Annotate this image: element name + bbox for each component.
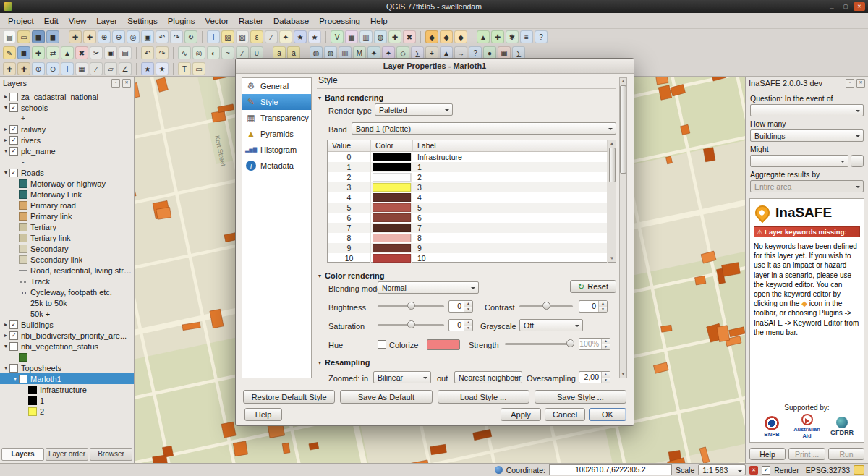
- layer-checkbox[interactable]: [19, 375, 27, 383]
- layer-item-track[interactable]: Track: [0, 276, 134, 286]
- inasafe-print-button[interactable]: Print ...: [788, 448, 825, 460]
- reset-button[interactable]: ↻ Reset: [570, 280, 616, 293]
- colorize-checkbox[interactable]: [378, 340, 386, 349]
- layer-item-primary-road[interactable]: Primary road: [0, 200, 134, 211]
- menu-vector[interactable]: Vector: [200, 15, 234, 27]
- palette-row[interactable]: 44: [328, 192, 608, 203]
- cut-features-icon[interactable]: ✂: [90, 46, 103, 59]
- zoom-out-2-icon[interactable]: ⊖: [46, 62, 59, 75]
- expand-arrow-icon[interactable]: ▾: [2, 365, 9, 371]
- show-bookmarks-2-icon[interactable]: ★: [156, 62, 169, 75]
- layer-checkbox[interactable]: [9, 93, 18, 101]
- measure-area-icon[interactable]: ▱: [104, 62, 117, 75]
- coordinate-input[interactable]: [549, 464, 672, 475]
- palette-table-scrollbar[interactable]: ▲ ▼: [608, 140, 616, 262]
- expand-arrow-icon[interactable]: ▸: [2, 332, 9, 339]
- grayscale-select[interactable]: Off: [519, 319, 583, 331]
- slider-handle[interactable]: [542, 302, 550, 310]
- layer-checkbox[interactable]: [9, 364, 18, 373]
- collapse-arrow-icon[interactable]: ▾: [318, 360, 321, 366]
- palette-row[interactable]: 55: [328, 203, 608, 213]
- layer-item-50k[interactable]: 50k +: [0, 308, 134, 319]
- scroll-down-icon[interactable]: ▼: [621, 371, 626, 378]
- grass-tools-icon[interactable]: ✚: [491, 30, 504, 43]
- layer-item-infrastructure[interactable]: Infrastructure: [0, 384, 134, 395]
- dialog-titlebar[interactable]: Layer Properties - Marloth1: [236, 59, 634, 74]
- zoomed-in-select[interactable]: Bilinear: [373, 371, 431, 383]
- expand-arrow-icon[interactable]: ▾: [2, 148, 9, 154]
- attribute-table-icon[interactable]: ▦: [75, 62, 88, 75]
- scale-select[interactable]: 1:1 563: [698, 464, 746, 475]
- add-wms-layer-icon[interactable]: ◍: [374, 30, 387, 43]
- palette-color-swatch[interactable]: [373, 213, 412, 222]
- layer-checkbox[interactable]: ✓: [9, 147, 18, 156]
- expand-arrow-icon[interactable]: ▸: [2, 137, 9, 143]
- new-bookmark-icon[interactable]: ★: [294, 30, 307, 43]
- new-bookmark-2-icon[interactable]: ★: [141, 62, 154, 75]
- expand-arrow-icon[interactable]: ▾: [12, 375, 19, 382]
- measure-angle-icon[interactable]: ∠: [119, 62, 132, 75]
- layer-item-secondary-link[interactable]: Secondary link: [0, 254, 134, 265]
- slider-handle[interactable]: [407, 302, 415, 310]
- inasafe-keywords-icon[interactable]: ◆: [440, 30, 453, 43]
- spin-arrows-icon[interactable]: ▲▼: [601, 339, 610, 349]
- palette-row[interactable]: 1010: [328, 253, 608, 263]
- layer-item-25k-to-50k[interactable]: 25k to 50k: [0, 297, 134, 308]
- expand-arrow-icon[interactable]: ▸: [2, 126, 9, 132]
- open-project-icon[interactable]: ▭: [17, 30, 30, 43]
- layer-item-railway[interactable]: ▸✓railway: [0, 124, 134, 135]
- pan-map-2-icon[interactable]: ✚: [17, 62, 30, 75]
- scrollbar-thumb[interactable]: [609, 148, 616, 182]
- colorize-color-button[interactable]: [427, 339, 460, 350]
- reshape-icon[interactable]: ~: [221, 46, 234, 59]
- legend-item[interactable]: +: [0, 113, 134, 124]
- palette-row[interactable]: 99: [328, 243, 608, 253]
- expand-arrow-icon[interactable]: ▾: [2, 169, 9, 176]
- expand-arrow-icon[interactable]: ▾: [2, 343, 9, 349]
- zoom-in-2-icon[interactable]: ⊕: [32, 62, 45, 75]
- palette-row[interactable]: 11: [328, 162, 608, 172]
- cancel-button[interactable]: Cancel: [545, 408, 585, 421]
- copy-features-icon[interactable]: ▣: [104, 46, 117, 59]
- zoom-full-icon[interactable]: ◎: [127, 30, 140, 43]
- save-project-as-icon[interactable]: ◼: [46, 30, 59, 43]
- layer-item-motorway-or-highway[interactable]: Motorway or highway: [0, 178, 134, 189]
- style-button-load-style[interactable]: Load Style ...: [438, 390, 529, 404]
- expand-arrow-icon[interactable]: ▸: [2, 93, 9, 100]
- inasafe-run-button[interactable]: Run: [828, 448, 864, 460]
- menu-settings[interactable]: Settings: [122, 15, 163, 27]
- maximize-icon[interactable]: ▢: [840, 2, 851, 11]
- ok-button[interactable]: OK: [589, 408, 626, 421]
- add-vector-layer-icon[interactable]: V: [331, 30, 344, 43]
- scroll-down-icon[interactable]: ▼: [610, 255, 614, 262]
- render-checkbox[interactable]: ✓: [762, 466, 770, 475]
- grass-icon[interactable]: ▲: [477, 30, 490, 43]
- help-button[interactable]: Help: [244, 408, 282, 421]
- layer-item-cycleway-footpath-etc[interactable]: Cycleway, footpath etc.: [0, 286, 134, 297]
- layer-item-secondary[interactable]: Secondary: [0, 243, 134, 254]
- tab-layer-order[interactable]: Layer order: [46, 448, 88, 461]
- deselect-icon[interactable]: ▧: [236, 30, 249, 43]
- layer-item-za-cadastral-national[interactable]: ▸za_cadastral_national: [0, 91, 134, 102]
- column-header-value[interactable]: Value: [328, 140, 371, 152]
- style-button-restore-default-style[interactable]: Restore Default Style: [243, 390, 335, 404]
- spin-arrows-icon[interactable]: ▲▼: [464, 320, 472, 331]
- layer-item-buildings[interactable]: ▸✓Buildings: [0, 319, 134, 330]
- new-shapefile-icon[interactable]: ✚: [388, 30, 401, 43]
- slider-handle[interactable]: [566, 339, 574, 347]
- brightness-slider[interactable]: [378, 300, 444, 312]
- blending-mode-select[interactable]: Normal: [378, 281, 479, 294]
- palette-row[interactable]: 77: [328, 223, 608, 233]
- expand-arrow-icon[interactable]: ▾: [2, 104, 9, 111]
- slider-handle[interactable]: [407, 320, 415, 328]
- menu-layer[interactable]: Layer: [91, 15, 122, 27]
- minimize-icon[interactable]: ▁: [826, 2, 838, 11]
- properties-tab-transparency[interactable]: ▦Transparency: [242, 110, 311, 126]
- saturation-spinbox[interactable]: 0 ▲▼: [448, 319, 473, 331]
- function-options-button[interactable]: ...: [851, 155, 864, 167]
- properties-tab-style[interactable]: ✎Style: [242, 94, 311, 110]
- measure-line-icon[interactable]: ∕: [90, 62, 103, 75]
- collapse-arrow-icon[interactable]: ▾: [318, 95, 321, 101]
- resampling-section-header[interactable]: ▾ Resampling: [318, 358, 370, 367]
- delete-selected-icon[interactable]: ✖: [75, 46, 88, 59]
